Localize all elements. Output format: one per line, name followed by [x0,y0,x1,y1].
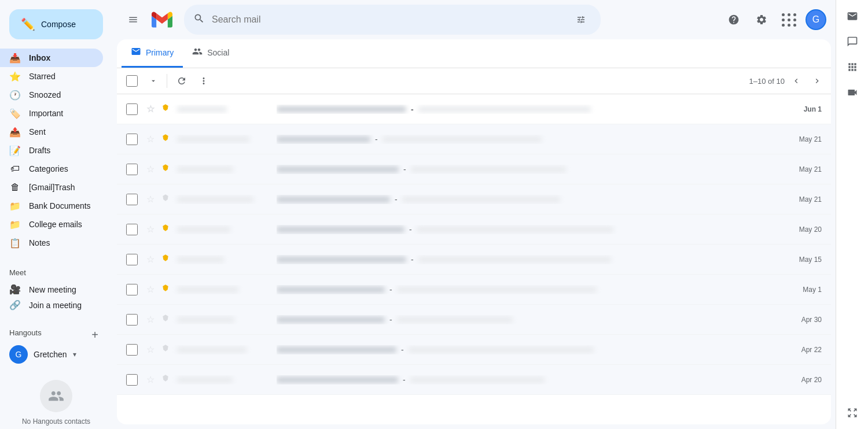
user-avatar[interactable]: G [806,9,826,30]
important-marker-1[interactable] [160,134,171,145]
sidebar-item-bank-docs[interactable]: 📁 Bank Documents [0,197,103,215]
table-row[interactable]: ☆ - [117,335,831,365]
row-checkbox-5[interactable] [126,254,138,265]
star-button-5[interactable]: ☆ [145,254,156,265]
right-tab-chat[interactable] [841,30,864,53]
drafts-icon: 📝 [9,145,21,156]
table-row[interactable]: ☆ - [117,305,831,335]
star-button-0[interactable]: ☆ [145,103,156,115]
row-checkbox-6[interactable] [126,284,138,295]
hangouts-title: Hangouts [9,328,42,337]
email-content-9: - [277,375,787,384]
sidebar-item-important[interactable]: 🏷️ Important [0,104,103,123]
starred-icon: ⭐ [9,71,21,82]
sent-icon: 📤 [9,127,21,138]
right-panel [836,0,868,429]
table-row[interactable]: ☆ - [117,214,831,245]
important-marker-4[interactable] [160,224,171,235]
sender-2 [172,165,277,174]
table-row[interactable]: ☆ - [117,245,831,275]
sidebar-item-inbox[interactable]: 📥 Inbox [0,49,103,67]
hangouts-user-item[interactable]: G Gretchen ▾ [9,343,103,366]
more-options-button[interactable] [194,71,214,91]
right-tab-meet[interactable] [841,81,864,104]
star-button-7[interactable]: ☆ [145,314,156,326]
table-row[interactable]: ☆ - [117,94,831,124]
sidebar-item-drafts[interactable]: 📝 Drafts [0,141,103,160]
sidebar-item-notes[interactable]: 📋 Notes [0,234,103,252]
sidebar-item-gmail-trash[interactable]: 🗑 [Gmail]Trash [0,178,103,197]
older-button[interactable] [808,72,826,90]
row-checkbox-0[interactable] [126,103,138,115]
newer-button[interactable] [787,72,806,90]
search-input[interactable] [212,14,564,25]
drafts-label: Drafts [29,146,94,155]
settings-button[interactable] [750,8,773,31]
compose-button[interactable]: ✏️ Compose [9,9,103,39]
row-checkbox-3[interactable] [126,194,138,205]
sidebar-item-snoozed[interactable]: 🕐 Snoozed [0,86,103,104]
email-content-3: - [277,195,787,204]
important-marker-9[interactable] [160,374,171,386]
hamburger-button[interactable] [122,8,145,31]
date-0: Jun 1 [792,105,826,113]
important-marker-7[interactable] [160,314,171,326]
star-button-6[interactable]: ☆ [145,284,156,295]
notes-icon: 📋 [9,238,21,249]
right-tab-mail[interactable] [841,5,864,28]
gmail-trash-icon: 🗑 [9,182,21,193]
tab-primary[interactable]: Primary [122,39,183,68]
row-checkbox-8[interactable] [126,344,138,356]
important-icon: 🏷️ [9,108,21,119]
right-tab-spaces[interactable] [841,56,864,79]
date-3: May 21 [792,195,826,204]
sidebar-item-starred[interactable]: ⭐ Starred [0,67,103,86]
star-button-1[interactable]: ☆ [145,134,156,145]
select-dropdown-button[interactable] [145,71,162,91]
sender-7 [172,315,277,324]
sidebar-item-join-meeting[interactable]: 🔗 Join a meeting [0,297,103,313]
table-row[interactable]: ☆ - [117,275,831,305]
star-button-4[interactable]: ☆ [145,224,156,235]
row-checkbox-9[interactable] [126,374,138,386]
email-content-5: - [277,255,787,264]
select-all-checkbox[interactable] [126,75,138,87]
email-content-1: - [277,135,787,144]
apps-button[interactable] [778,8,801,31]
row-checkbox-2[interactable] [126,164,138,175]
star-button-8[interactable]: ☆ [145,344,156,356]
star-button-2[interactable]: ☆ [145,164,156,175]
support-button[interactable] [722,8,745,31]
notes-label: Notes [29,238,94,247]
hangouts-avatar: G [9,345,28,364]
row-checkbox-4[interactable] [126,224,138,235]
search-options-button[interactable] [571,9,591,30]
important-marker-6[interactable] [160,284,171,295]
sidebar-item-college-emails[interactable]: 📁 College emails [0,215,103,234]
search-icon[interactable] [193,13,205,27]
tab-social[interactable]: Social [183,39,238,68]
row-checkbox-7[interactable] [126,314,138,326]
refresh-button[interactable] [172,71,192,91]
sidebar-item-new-meeting[interactable]: 🎥 New meeting [0,282,103,297]
table-row[interactable]: ☆ - [117,365,831,395]
right-tab-expand[interactable] [841,401,864,424]
star-button-9[interactable]: ☆ [145,374,156,386]
important-marker-8[interactable] [160,344,171,356]
bank-docs-icon: 📁 [9,201,21,212]
table-row[interactable]: ☆ - [117,184,831,214]
sidebar-item-sent[interactable]: 📤 Sent [0,123,103,141]
important-marker-5[interactable] [160,254,171,265]
table-row[interactable]: ☆ - [117,124,831,154]
sidebar-item-categories[interactable]: 🏷 Categories [0,160,103,178]
sender-3 [172,195,277,204]
tab-social-label: Social [207,48,229,57]
important-label: Important [29,109,94,118]
important-marker-0[interactable] [160,103,171,115]
row-checkbox-1[interactable] [126,134,138,145]
important-marker-2[interactable] [160,164,171,175]
table-row[interactable]: ☆ - [117,154,831,184]
add-hangout-button[interactable]: + [87,327,103,343]
important-marker-3[interactable] [160,194,171,205]
star-button-3[interactable]: ☆ [145,194,156,205]
